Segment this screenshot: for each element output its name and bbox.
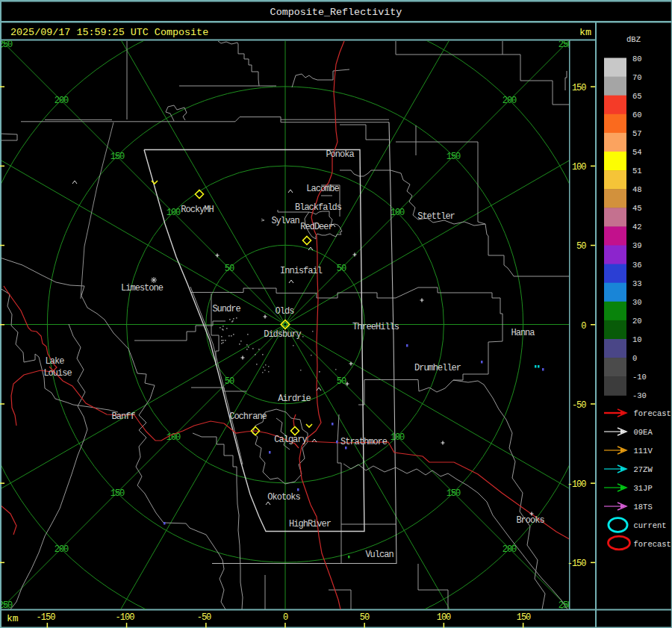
svg-text:50: 50 bbox=[225, 376, 234, 387]
svg-text:150: 150 bbox=[517, 612, 531, 623]
svg-text:45: 45 bbox=[632, 204, 642, 213]
svg-text:RockyMH: RockyMH bbox=[181, 205, 214, 215]
svg-text:dBZ: dBZ bbox=[626, 35, 641, 44]
svg-text:Vulcan: Vulcan bbox=[365, 550, 393, 560]
svg-text:09EA: 09EA bbox=[634, 428, 653, 437]
svg-text:Louise: Louise bbox=[43, 368, 72, 379]
svg-text:forecast: forecast bbox=[634, 409, 671, 418]
svg-text:Blackfalds: Blackfalds bbox=[295, 202, 342, 213]
svg-text:-150: -150 bbox=[567, 559, 587, 569]
svg-text:Stettler: Stettler bbox=[417, 211, 455, 222]
svg-text:150: 150 bbox=[447, 488, 461, 499]
svg-text:-30: -30 bbox=[632, 391, 647, 400]
svg-text:100: 100 bbox=[437, 612, 451, 623]
svg-text:200: 200 bbox=[503, 544, 517, 555]
svg-text:Calgary: Calgary bbox=[274, 435, 307, 445]
svg-text:Limestone: Limestone bbox=[121, 283, 164, 293]
svg-text:57: 57 bbox=[632, 129, 642, 138]
svg-text:27ZW: 27ZW bbox=[634, 465, 653, 474]
svg-text:20: 20 bbox=[632, 317, 642, 326]
svg-text:2025/09/17 15:59:25 UTC Compos: 2025/09/17 15:59:25 UTC Composite bbox=[10, 27, 208, 38]
svg-text:100: 100 bbox=[572, 162, 586, 172]
svg-text:Lacombe: Lacombe bbox=[306, 184, 339, 194]
svg-text:Airdrie: Airdrie bbox=[278, 394, 311, 404]
svg-text:-50: -50 bbox=[197, 612, 211, 623]
svg-text:60: 60 bbox=[632, 111, 642, 119]
svg-text:km: km bbox=[579, 27, 591, 38]
svg-text:0: 0 bbox=[632, 354, 637, 363]
svg-text:50: 50 bbox=[337, 376, 346, 387]
svg-text:65: 65 bbox=[632, 92, 642, 101]
svg-text:18TS: 18TS bbox=[634, 503, 653, 512]
svg-text:48: 48 bbox=[632, 185, 642, 194]
svg-text:150: 150 bbox=[111, 488, 125, 499]
svg-text:Sundre: Sundre bbox=[212, 304, 240, 314]
svg-text:-50: -50 bbox=[572, 400, 586, 411]
svg-text:150: 150 bbox=[111, 152, 125, 162]
svg-text:100: 100 bbox=[391, 208, 405, 218]
svg-text:200: 200 bbox=[55, 544, 69, 555]
svg-text:Hanna: Hanna bbox=[511, 328, 535, 338]
svg-text:0: 0 bbox=[283, 612, 288, 623]
svg-text:100: 100 bbox=[391, 432, 405, 443]
svg-text:Sylvan: Sylvan bbox=[271, 216, 299, 226]
svg-text:42: 42 bbox=[632, 223, 642, 231]
svg-text:-100: -100 bbox=[116, 612, 135, 623]
svg-text:31JP: 31JP bbox=[634, 484, 653, 493]
svg-text:-10: -10 bbox=[632, 373, 647, 382]
svg-text:0: 0 bbox=[581, 321, 586, 332]
svg-text:150: 150 bbox=[447, 152, 461, 162]
svg-text:50: 50 bbox=[576, 241, 586, 252]
svg-text:Strathmore: Strathmore bbox=[340, 437, 388, 447]
svg-text:km: km bbox=[7, 613, 19, 624]
svg-text:200: 200 bbox=[55, 96, 69, 106]
svg-text:ThreeHills: ThreeHills bbox=[352, 322, 399, 332]
svg-text:Lake: Lake bbox=[46, 356, 65, 367]
svg-text:80: 80 bbox=[632, 55, 642, 63]
svg-text:50: 50 bbox=[360, 612, 370, 623]
svg-text:250: 250 bbox=[0, 40, 13, 50]
svg-text:Banff: Banff bbox=[111, 411, 135, 422]
svg-text:Cochrane: Cochrane bbox=[229, 411, 267, 422]
svg-text:111V: 111V bbox=[634, 447, 653, 456]
svg-text:100: 100 bbox=[167, 208, 181, 218]
svg-text:30: 30 bbox=[632, 298, 642, 307]
svg-text:70: 70 bbox=[632, 73, 642, 82]
svg-text:10: 10 bbox=[632, 335, 642, 344]
svg-text:Drumheller: Drumheller bbox=[414, 363, 461, 373]
svg-text:200: 200 bbox=[503, 96, 517, 106]
svg-text:50: 50 bbox=[225, 264, 234, 274]
svg-text:54: 54 bbox=[632, 148, 642, 157]
svg-text:36: 36 bbox=[632, 261, 642, 270]
svg-text:-150: -150 bbox=[37, 612, 56, 623]
svg-text:Composite_Reflectivity: Composite_Reflectivity bbox=[270, 7, 402, 18]
svg-text:Innisfail: Innisfail bbox=[280, 266, 323, 276]
svg-text:RedDeer: RedDeer bbox=[300, 222, 333, 232]
svg-text:current: current bbox=[634, 521, 667, 530]
svg-text:50: 50 bbox=[337, 264, 346, 274]
svg-text:Brooks: Brooks bbox=[516, 515, 544, 526]
svg-text:Olds: Olds bbox=[276, 306, 295, 317]
svg-text:33: 33 bbox=[632, 279, 642, 288]
svg-text:150: 150 bbox=[572, 83, 586, 93]
svg-text:Didsbury: Didsbury bbox=[264, 329, 301, 340]
svg-text:HighRiver: HighRiver bbox=[289, 519, 332, 529]
svg-text:39: 39 bbox=[632, 241, 642, 250]
svg-text:forecast: forecast bbox=[634, 540, 671, 549]
svg-text:51: 51 bbox=[632, 167, 642, 175]
svg-text:-100: -100 bbox=[567, 479, 587, 490]
svg-text:Ponoka: Ponoka bbox=[326, 149, 354, 160]
svg-text:Okotoks: Okotoks bbox=[267, 492, 300, 503]
